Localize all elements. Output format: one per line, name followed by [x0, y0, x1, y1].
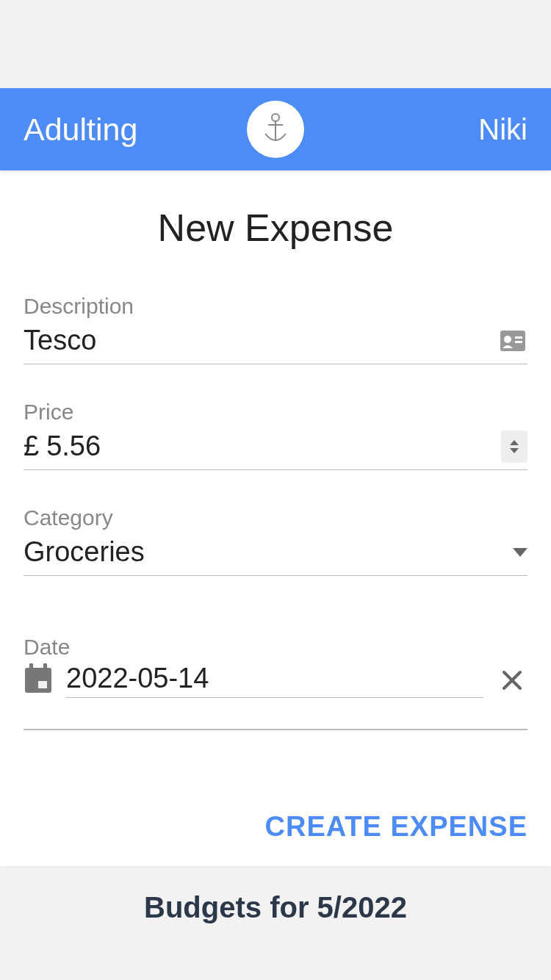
description-input[interactable] — [24, 322, 498, 359]
divider — [24, 729, 527, 730]
app-header: Adulting Niki — [0, 88, 551, 170]
svg-rect-9 — [43, 663, 47, 671]
budgets-section-header[interactable]: Budgets for 5/2022 — [0, 869, 551, 958]
category-value: Groceries — [24, 533, 513, 571]
date-input[interactable] — [66, 663, 483, 694]
svg-point-0 — [272, 114, 279, 121]
clear-date-button[interactable] — [497, 665, 527, 696]
svg-rect-6 — [515, 341, 522, 343]
svg-point-4 — [504, 336, 511, 343]
app-logo[interactable] — [247, 101, 304, 158]
svg-rect-8 — [29, 663, 33, 671]
svg-rect-5 — [515, 336, 522, 339]
anchor-icon — [256, 110, 295, 148]
chevron-up-icon — [510, 440, 519, 445]
svg-rect-7 — [25, 668, 51, 693]
expense-form-card: New Expense Description Price £ — [0, 170, 551, 866]
dropdown-arrow-icon — [513, 548, 527, 557]
close-icon — [501, 669, 523, 691]
calendar-icon[interactable] — [24, 663, 53, 697]
svg-rect-10 — [38, 681, 47, 688]
status-bar — [0, 0, 551, 88]
date-label: Date — [24, 635, 527, 660]
description-field-group: Description — [24, 294, 527, 364]
create-expense-button[interactable]: CREATE EXPENSE — [265, 811, 527, 843]
category-field-group: Category Groceries — [24, 505, 527, 576]
date-field-group: Date — [24, 635, 527, 730]
contacts-icon[interactable] — [498, 326, 527, 356]
page-title: New Expense — [24, 206, 527, 250]
price-field-group: Price £ — [24, 400, 527, 470]
price-input[interactable] — [46, 428, 501, 465]
chevron-down-icon — [510, 448, 519, 453]
category-select[interactable]: Groceries — [24, 533, 527, 576]
category-label: Category — [24, 505, 527, 530]
user-name[interactable]: Niki — [478, 113, 527, 146]
price-label: Price — [24, 400, 527, 425]
form-actions: CREATE EXPENSE — [24, 811, 527, 843]
currency-symbol: £ — [24, 430, 39, 462]
price-stepper[interactable] — [501, 430, 527, 463]
app-title[interactable]: Adulting — [24, 112, 137, 148]
description-label: Description — [24, 294, 527, 319]
budgets-title: Budgets for 5/2022 — [0, 891, 551, 924]
